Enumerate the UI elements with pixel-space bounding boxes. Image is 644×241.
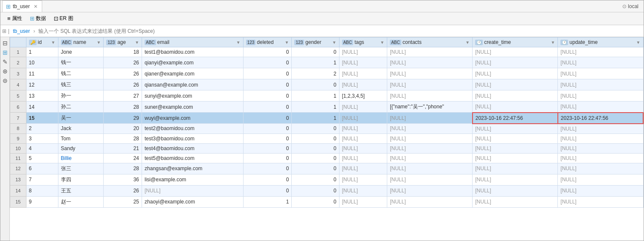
table-row[interactable]: 10 4 Sandy 21 test4@baomidou.com 0 0 [NU… [10, 143, 644, 153]
cell-gender[interactable]: 0 [292, 47, 339, 57]
cell-contacts[interactable]: [NULL] [387, 57, 473, 68]
side-tool-0[interactable]: ⊟ [1, 39, 9, 47]
col-name-sort[interactable]: ▼ [97, 40, 101, 45]
cell-name[interactable]: Tom [58, 134, 104, 143]
cell-name[interactable]: 吴一 [58, 113, 104, 124]
cell-tags[interactable]: [1,2,3,4,5] [339, 90, 387, 102]
col-gender-sort[interactable]: ▼ [332, 40, 337, 45]
cell-id[interactable]: 3 [26, 134, 58, 143]
cell-email[interactable]: qianyi@example.com [142, 57, 244, 68]
cell-deleted[interactable]: 0 [243, 79, 292, 90]
cell-create-time[interactable]: [NULL] [473, 68, 558, 79]
cell-deleted[interactable]: 0 [243, 163, 292, 174]
cell-email[interactable]: [NULL] [142, 185, 244, 196]
cell-create-time[interactable]: [NULL] [473, 57, 558, 68]
table-row[interactable]: 13 7 李四 36 lisi@example.com 0 0 [NULL] [… [10, 174, 644, 185]
cell-deleted[interactable]: 0 [243, 68, 292, 79]
cell-tags[interactable]: [NULL] [339, 185, 387, 196]
tab-tb-user[interactable]: ⊞ tb_user ✕ [2, 0, 42, 12]
cell-email[interactable]: test1@baomidou.com [142, 47, 244, 57]
col-header-contacts[interactable]: ABC contacts ▼ [387, 38, 473, 47]
cell-tags[interactable]: [NULL] [339, 143, 387, 153]
table-row[interactable]: 12 6 张三 28 zhangsan@example.com 0 0 [NUL… [10, 163, 644, 174]
cell-update-time[interactable]: [NULL] [558, 47, 643, 57]
cell-update-time[interactable]: [NULL] [558, 124, 643, 134]
cell-name[interactable]: Sandy [58, 143, 104, 153]
cell-contacts[interactable]: [NULL] [387, 163, 473, 174]
cell-update-time[interactable]: [NULL] [558, 90, 643, 102]
cell-update-time[interactable]: [NULL] [558, 163, 643, 174]
cell-id[interactable]: 5 [26, 153, 58, 163]
cell-email[interactable]: test2@baomidou.com [142, 124, 244, 134]
cell-contacts[interactable]: [{"name":"吴一","phone" [387, 102, 473, 113]
cell-email[interactable]: qiansan@example.com [142, 79, 244, 90]
table-row[interactable]: 7 15 吴一 29 wuyi@example.com 0 1 [NULL] [… [10, 113, 644, 124]
cell-age[interactable]: 28 [104, 102, 142, 113]
cell-email[interactable]: wuyi@example.com [142, 113, 244, 124]
cell-update-time[interactable]: [NULL] [558, 153, 643, 163]
table-row[interactable]: 9 3 Tom 28 test3@baomidou.com 0 0 [NULL]… [10, 134, 644, 143]
col-header-create-time[interactable]: 🕐 create_time ▼ [473, 38, 558, 47]
cell-create-time[interactable]: [NULL] [473, 174, 558, 185]
cell-update-time[interactable]: [NULL] [558, 102, 643, 113]
cell-id[interactable]: 4 [26, 143, 58, 153]
cell-email[interactable]: qianer@example.com [142, 68, 244, 79]
cell-contacts[interactable]: [NULL] [387, 79, 473, 90]
cell-deleted[interactable]: 0 [243, 134, 292, 143]
cell-contacts[interactable]: [NULL] [387, 143, 473, 153]
cell-age[interactable]: 26 [104, 79, 142, 90]
table-row[interactable]: 4 12 钱三 26 qiansan@example.com 0 0 [NULL… [10, 79, 644, 90]
cell-create-time[interactable]: [NULL] [473, 134, 558, 143]
cell-update-time[interactable]: [NULL] [558, 174, 643, 185]
cell-update-time[interactable]: [NULL] [558, 185, 643, 196]
table-container[interactable]: 🔑 id ▼ ABC name ▼ [10, 37, 644, 241]
cell-email[interactable]: zhaoyi@example.com [142, 196, 244, 207]
cell-tags[interactable]: [NULL] [339, 163, 387, 174]
cell-name[interactable]: 赵一 [58, 196, 104, 207]
cell-gender[interactable]: 1 [292, 113, 339, 124]
col-tags-sort[interactable]: ▼ [380, 40, 384, 45]
cell-tags[interactable]: [NULL] [339, 102, 387, 113]
cell-update-time[interactable]: [NULL] [558, 79, 643, 90]
cell-contacts[interactable]: [NULL] [387, 196, 473, 207]
cell-deleted[interactable]: 0 [243, 47, 292, 57]
table-row[interactable]: 8 2 Jack 20 test2@baomidou.com 0 0 [NULL… [10, 124, 644, 134]
side-tool-3[interactable]: ⊛ [1, 67, 9, 75]
cell-update-time[interactable]: [NULL] [558, 68, 643, 79]
cell-email[interactable]: suner@example.com [142, 102, 244, 113]
cell-tags[interactable]: [NULL] [339, 57, 387, 68]
cell-email[interactable]: lisi@example.com [142, 174, 244, 185]
cell-create-time[interactable]: [NULL] [473, 124, 558, 134]
cell-contacts[interactable]: [NULL] [387, 68, 473, 79]
cell-gender[interactable]: 0 [292, 134, 339, 143]
cell-deleted[interactable]: 0 [243, 57, 292, 68]
cell-gender[interactable]: 1 [292, 57, 339, 68]
cell-id[interactable]: 9 [26, 196, 58, 207]
cell-gender[interactable]: 1 [292, 102, 339, 113]
cell-gender[interactable]: 0 [292, 79, 339, 90]
cell-deleted[interactable]: 0 [243, 124, 292, 134]
cell-contacts[interactable]: [NULL] [387, 47, 473, 57]
cell-deleted[interactable]: 0 [243, 185, 292, 196]
cell-update-time[interactable]: [NULL] [558, 57, 643, 68]
cell-gender[interactable]: 0 [292, 143, 339, 153]
cell-contacts[interactable]: [NULL] [387, 134, 473, 143]
cell-name[interactable]: 钱三 [58, 79, 104, 90]
cell-id[interactable]: 10 [26, 57, 58, 68]
cell-create-time[interactable]: [NULL] [473, 163, 558, 174]
col-header-name[interactable]: ABC name ▼ [58, 38, 104, 47]
cell-update-time[interactable]: [NULL] [558, 196, 643, 207]
cell-deleted[interactable]: 0 [243, 153, 292, 163]
data-button[interactable]: ⊞ 数据 [26, 14, 49, 23]
cell-create-time[interactable]: [NULL] [473, 153, 558, 163]
cell-update-time[interactable]: [NULL] [558, 134, 643, 143]
cell-gender[interactable]: 0 [292, 163, 339, 174]
cell-deleted[interactable]: 0 [243, 174, 292, 185]
col-header-email[interactable]: ABC email ▼ [142, 38, 244, 47]
cell-name[interactable]: 王五 [58, 185, 104, 196]
cell-deleted[interactable]: 0 [243, 113, 292, 124]
cell-name[interactable]: 张三 [58, 163, 104, 174]
cell-contacts[interactable]: [NULL] [387, 124, 473, 134]
cell-deleted[interactable]: 0 [243, 90, 292, 102]
cell-gender[interactable]: 0 [292, 153, 339, 163]
